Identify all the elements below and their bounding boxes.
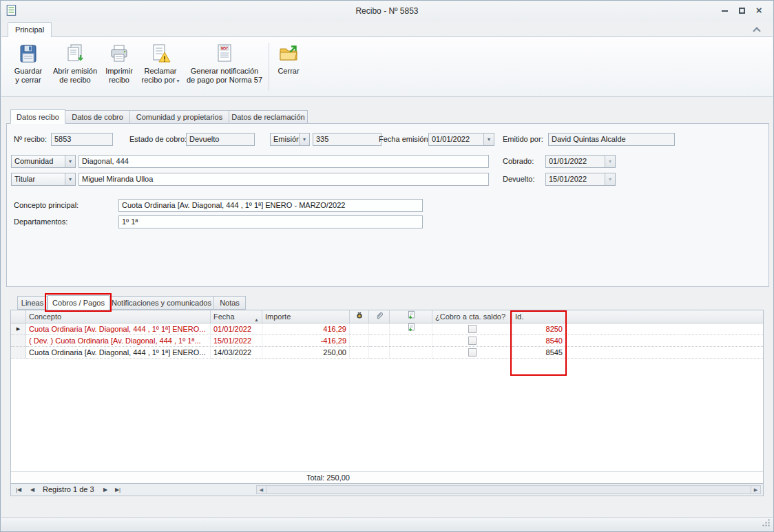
cell-fecha[interactable]: 15/01/2022 xyxy=(211,335,262,347)
cell-importe[interactable]: 250,00 xyxy=(262,347,350,359)
cell-importe[interactable]: 416,29 xyxy=(262,323,350,335)
column-header-fecha[interactable]: Fecha ▲ xyxy=(211,310,262,323)
dropdown-arrow-icon[interactable]: ▾ xyxy=(483,134,494,145)
cell-concepto[interactable]: ( Dev. ) Cuota Ordinaria [Av. Diagonal, … xyxy=(26,335,211,347)
devuelto-field[interactable]: 15/01/2022 ▾ xyxy=(545,173,616,186)
emitido-por-label: Emitido por: xyxy=(503,133,543,146)
column-header-filler xyxy=(566,310,763,323)
nav-last-button[interactable]: ▶| xyxy=(112,485,124,495)
horizontal-scrollbar[interactable]: ◀ ▶ xyxy=(256,485,761,494)
tab-datos-de-cobro[interactable]: Datos de cobro xyxy=(65,110,130,124)
close-folder-icon xyxy=(278,43,300,65)
cobro-saldo-checkbox[interactable] xyxy=(468,325,477,333)
column-header-cobro-a-cta-saldo[interactable]: ¿Cobro a cta. saldo? xyxy=(432,310,512,323)
cell-adjuntos[interactable] xyxy=(369,347,390,359)
dropdown-arrow-icon[interactable]: ▾ xyxy=(299,134,309,145)
sort-ascending-icon: ▲ xyxy=(254,314,259,323)
close-window-button[interactable]: × xyxy=(753,5,765,16)
titlebar: Recibo - Nº 5853 × xyxy=(1,1,773,21)
cell-recibo-generado[interactable] xyxy=(390,335,432,347)
generar-notificacion-norma57-button[interactable]: N57 Generar notificación de pago por Nor… xyxy=(183,39,266,96)
scroll-left-arrow-icon[interactable]: ◀ xyxy=(257,486,266,493)
comunidad-field[interactable]: Diagonal, 444 xyxy=(79,155,489,168)
column-header-concepto[interactable]: Concepto xyxy=(26,310,211,323)
titular-combo[interactable]: Titular ▾ xyxy=(11,173,76,186)
export-receipt-icon xyxy=(406,310,416,323)
cell-recibo-generado[interactable] xyxy=(390,323,432,335)
scroll-right-arrow-icon[interactable]: ▶ xyxy=(751,486,760,493)
cell-fecha[interactable]: 01/01/2022 xyxy=(211,323,262,335)
cell-adjuntos[interactable] xyxy=(369,323,390,335)
dropdown-arrow-icon[interactable]: ▾ xyxy=(65,156,75,167)
button-label: Cerrar xyxy=(273,67,304,76)
titular-field[interactable]: Miguel Miranda Ulloa xyxy=(79,173,489,186)
imprimir-recibo-button[interactable]: Imprimir recibo xyxy=(102,39,136,96)
maximize-restore-button[interactable] xyxy=(735,5,748,16)
cell-cobros[interactable] xyxy=(350,335,369,347)
reclamar-recibo-por-button[interactable]: Reclamar recibo por▾ xyxy=(139,39,182,96)
tab-comunidad-y-propietarios[interactable]: Comunidad y propietarios xyxy=(130,110,229,124)
cell-cobro-a-cta-saldo[interactable] xyxy=(432,323,512,335)
reclaim-receipt-warning-icon xyxy=(149,43,171,65)
resize-grip[interactable] xyxy=(762,518,771,529)
cell-adjuntos[interactable] xyxy=(369,335,390,347)
cell-cobros[interactable] xyxy=(350,323,369,335)
nav-first-button[interactable]: |◀ xyxy=(12,485,25,495)
column-header-importe[interactable]: Importe xyxy=(262,310,350,323)
cobro-saldo-checkbox[interactable] xyxy=(468,348,477,357)
concepto-principal-label: Concepto principal: xyxy=(14,199,79,212)
tab-cobros-pagos[interactable]: Cobros / Pagos xyxy=(48,295,109,310)
comunidad-combo[interactable]: Comunidad ▾ xyxy=(11,155,76,168)
cerrar-button[interactable]: Cerrar xyxy=(273,39,304,96)
cell-cobros[interactable] xyxy=(350,347,369,359)
grid-row[interactable]: ▶ Cuota Ordinaria [Av. Diagonal, 444 , 1… xyxy=(11,323,763,335)
nav-next-button[interactable]: ▶ xyxy=(99,485,112,495)
emision-combo[interactable]: Emisión ▾ xyxy=(270,133,310,146)
tab-lineas[interactable]: Lineas xyxy=(17,296,48,310)
cell-id[interactable]: 8540 xyxy=(512,335,566,347)
dropdown-arrow-icon[interactable]: ▾ xyxy=(65,173,75,185)
estado-cobro-field[interactable]: Devuelto xyxy=(186,133,255,146)
cell-id[interactable]: 8250 xyxy=(512,323,566,335)
column-header-adjuntos[interactable] xyxy=(369,310,390,323)
button-label: Imprimir xyxy=(102,67,136,76)
concepto-principal-field[interactable]: Cuota Ordinaria [Av. Diagonal, 444 , 1º … xyxy=(118,199,423,212)
ribbon-tab-principal[interactable]: Principal xyxy=(8,22,52,37)
button-label: Abrir emisión xyxy=(51,67,99,76)
dropdown-arrow-icon: ▾ xyxy=(176,78,179,84)
num-recibo-field[interactable]: 5853 xyxy=(51,133,113,146)
minimize-button[interactable] xyxy=(718,5,731,16)
tab-datos-de-reclamacion[interactable]: Datos de reclamación xyxy=(229,110,308,124)
emitido-por-field[interactable]: David Quintas Alcalde xyxy=(548,133,675,146)
abrir-emision-de-recibo-button[interactable]: Abrir emisión de recibo xyxy=(51,39,99,96)
ribbon-collapse-chevron-icon[interactable] xyxy=(753,27,760,34)
fecha-emision-field[interactable]: 01/01/2022 ▾ xyxy=(428,133,494,146)
button-label: y cerrar xyxy=(8,76,48,85)
cell-importe[interactable]: -416,29 xyxy=(262,335,350,347)
cell-fecha[interactable]: 14/03/2022 xyxy=(211,347,262,359)
cobro-saldo-checkbox[interactable] xyxy=(468,337,477,345)
column-header-id[interactable]: Id. xyxy=(512,310,566,323)
cell-concepto[interactable]: Cuota Ordinaria [Av. Diagonal, 444 , 1º … xyxy=(26,347,211,359)
cobrado-field[interactable]: 01/01/2022 ▾ xyxy=(545,155,616,168)
cell-cobro-a-cta-saldo[interactable] xyxy=(432,335,512,347)
departamentos-field[interactable]: 1º 1ª xyxy=(118,215,423,228)
column-header-recibo-generado[interactable] xyxy=(390,310,432,323)
emision-numero-field[interactable]: 335 xyxy=(313,133,381,146)
grid-row[interactable]: ( Dev. ) Cuota Ordinaria [Av. Diagonal, … xyxy=(11,335,763,347)
cobros-pagos-grid: Concepto Fecha ▲ Importe ¿Cob xyxy=(10,310,764,484)
tab-notificaciones-y-comunicados[interactable]: Notificaciones y comunicados xyxy=(109,296,214,310)
grid-row[interactable]: Cuota Ordinaria [Av. Diagonal, 444 , 1º … xyxy=(11,347,763,359)
save-icon xyxy=(17,43,39,65)
nav-prev-button[interactable]: ◀ xyxy=(26,485,39,495)
record-position-label: Registro 1 de 3 xyxy=(43,485,94,495)
cell-cobro-a-cta-saldo[interactable] xyxy=(432,347,512,359)
column-header-cobros[interactable] xyxy=(350,310,369,323)
cell-filler xyxy=(566,335,763,347)
guardar-y-cerrar-button[interactable]: Guardar y cerrar xyxy=(8,39,48,96)
tab-notas[interactable]: Notas xyxy=(214,296,246,310)
tab-datos-recibo[interactable]: Datos recibo xyxy=(10,109,65,124)
cell-recibo-generado[interactable] xyxy=(390,347,432,359)
cell-concepto[interactable]: Cuota Ordinaria [Av. Diagonal, 444 , 1º … xyxy=(26,323,211,335)
cell-id[interactable]: 8545 xyxy=(512,347,566,359)
